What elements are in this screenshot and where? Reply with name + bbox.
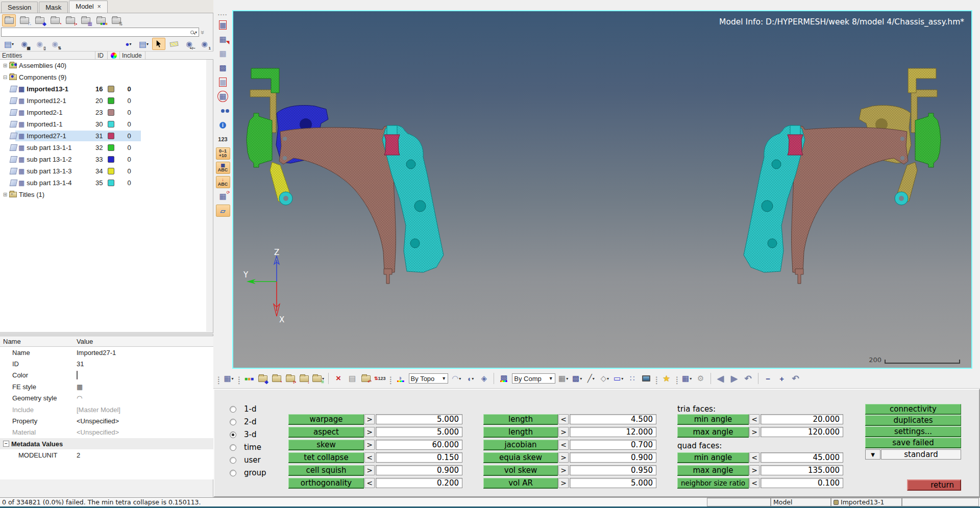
zoom-in-icon[interactable]: +	[776, 372, 788, 385]
import-folder-icon[interactable]: ◔	[271, 372, 282, 385]
find-binoculars-icon[interactable]	[216, 105, 230, 117]
show-all-eye-icon[interactable]: ◉▦	[17, 38, 31, 50]
tree-node-components[interactable]: ⊟ ◆ Components (9)	[0, 71, 206, 83]
element-color-icon[interactable]: ▩	[498, 372, 509, 385]
tria-min-angle-value-field[interactable]: 20.000	[761, 414, 843, 424]
restore-view-arrow[interactable]: ↶	[743, 372, 754, 385]
check-vol-ar-button[interactable]: vol AR	[483, 478, 558, 488]
favorites-star-icon[interactable]: ★	[661, 372, 672, 385]
check-vol-skew-button[interactable]: vol skew	[483, 465, 558, 475]
toolbar-grip[interactable]: ••••	[218, 12, 228, 17]
orthogonality-value-field[interactable]: 0.200	[376, 478, 462, 488]
line-style-icon[interactable]: ╱▾	[585, 372, 597, 385]
numbers-123-icon[interactable]: 123	[216, 133, 230, 145]
check-skew-button[interactable]: skew	[288, 440, 364, 450]
component-color-swatch[interactable]	[108, 109, 114, 116]
check-jacobian-button[interactable]: jacobian	[483, 440, 558, 450]
tree-header[interactable]: Entities ID Include	[0, 51, 213, 60]
surface-shade-icon[interactable]: ◠▾	[451, 372, 462, 385]
quad-max-angle-value-field[interactable]: 135.000	[761, 465, 843, 475]
criteria-dropdown-arrow[interactable]: ▼	[865, 449, 880, 460]
check-quad-max-angle-button[interactable]: max angle	[677, 465, 749, 475]
check-tria-min-angle-button[interactable]: min angle	[677, 414, 749, 424]
component-color-swatch[interactable]	[108, 180, 114, 186]
connectivity-button[interactable]: connectivity	[865, 404, 961, 414]
warpage-value-field[interactable]: 5.000	[376, 414, 462, 424]
check-max-length-button[interactable]: length	[483, 427, 558, 437]
check-aspect-button[interactable]: aspect	[288, 427, 364, 437]
mesh-elements-display-icon[interactable]: ▦	[216, 19, 230, 31]
solid-shade-icon[interactable]: ◖▾	[464, 372, 476, 385]
mesh-shrink-icon[interactable]: ▦◥	[216, 33, 230, 45]
eye-plus-minus-icon[interactable]: ◉+/−	[182, 38, 196, 50]
window-layout-icon[interactable]: ▦▾	[681, 372, 693, 385]
tree-row-component[interactable]: ▦ Imported12-1 20 0	[0, 95, 206, 107]
import-view-icon[interactable]: ◔	[48, 14, 62, 27]
reverse-eye-icon[interactable]: ◉⇅	[48, 38, 62, 50]
tree-row-component[interactable]: ▦ Imported13-1 16 0	[0, 83, 206, 95]
geometry-color-mode-select[interactable]: By Topo▼	[409, 373, 449, 384]
element-color-mode-select[interactable]: By Comp▼	[512, 373, 555, 384]
organize-view-icon[interactable]: ■■■	[94, 14, 108, 27]
component-color-swatch[interactable]	[108, 156, 114, 163]
jacobian-value-field[interactable]: 0.700	[570, 440, 656, 450]
aspect-value-field[interactable]: 5.000	[376, 427, 462, 437]
check-cell-squish-button[interactable]: cell squish	[288, 465, 364, 475]
components-folder-icon[interactable]: ◆	[257, 372, 268, 385]
check-equia-skew-button[interactable]: equia skew	[483, 452, 558, 463]
scale-ruler-button[interactable]: 0–1+10	[216, 147, 230, 160]
layers-filter-icon[interactable]: ▤▾	[2, 38, 16, 50]
fit-view-arrow[interactable]: ↶	[790, 372, 801, 385]
info-icon[interactable]: i	[216, 119, 230, 131]
component-color-swatch[interactable]	[108, 168, 114, 174]
geometry-view-icon[interactable]: ▦	[79, 14, 92, 27]
graphics-viewport[interactable]: Model Info: D:/HYPERMESH/week 8/model 4/…	[232, 10, 972, 369]
settings-button[interactable]: settings...	[865, 426, 961, 437]
property-color-swatch[interactable]	[77, 371, 78, 379]
tab-close-icon[interactable]: ×	[97, 3, 101, 10]
tab-session[interactable]: Session	[1, 2, 38, 13]
assemblies-icon[interactable]: ■■■	[243, 372, 255, 385]
previous-view-arrow[interactable]: ◀	[715, 372, 726, 385]
component-view-icon[interactable]: ◆	[33, 14, 46, 27]
check-orthogonality-button[interactable]: orthogonality	[288, 478, 364, 488]
radio-3d[interactable]	[230, 431, 236, 438]
radio-group[interactable]	[230, 470, 236, 476]
highlighter-icon[interactable]	[167, 38, 181, 50]
tab-model[interactable]: Model×	[69, 1, 107, 13]
component-color-swatch[interactable]	[108, 144, 114, 151]
vol-skew-value-field[interactable]: 0.950	[570, 465, 656, 475]
eye-isolate-icon[interactable]: ◉1	[198, 38, 211, 50]
check-tria-max-angle-button[interactable]: max angle	[677, 427, 749, 437]
tree-row-component[interactable]: ▦ sub part 13-1-1 32 0	[0, 142, 206, 154]
wireframe-elements-icon[interactable]: ▦▾	[558, 372, 569, 385]
tree-node-assemblies[interactable]: ⊞ ◆◆ Assemblies (40)	[0, 60, 206, 71]
hide-all-eye-icon[interactable]: ◉▯	[33, 38, 46, 50]
tree-node-titles[interactable]: ⊞ ≡ Titles (1)	[0, 189, 206, 200]
import-list-folder-icon[interactable]: ↓	[299, 372, 310, 385]
tab-mask[interactable]: Mask	[39, 2, 68, 13]
pages-mode-icon[interactable]: ▤▾	[137, 38, 151, 50]
panel-mesh-icon[interactable]: ▦▾	[223, 372, 234, 385]
tria-max-angle-value-field[interactable]: 120.000	[761, 427, 843, 437]
mesh-wireframe-icon[interactable]: ▦	[216, 47, 230, 60]
save-failed-button[interactable]: save failed	[865, 438, 961, 448]
radio-1d[interactable]	[230, 406, 236, 413]
skew-value-field[interactable]: 60.000	[376, 440, 462, 450]
model-view-icon[interactable]	[2, 14, 16, 27]
shell-style-icon[interactable]: ◇▾	[599, 372, 610, 385]
metadata-group-row[interactable]: −Metadata Values	[0, 438, 213, 449]
component-color-swatch[interactable]	[108, 121, 114, 128]
cell-squish-value-field[interactable]: 0.900	[376, 465, 462, 475]
label-abc-button[interactable]: ▦ABC	[216, 162, 230, 174]
shaded-geometry-icon[interactable]: ◗	[395, 372, 406, 385]
organize-folder-icon[interactable]: ↶	[360, 372, 372, 385]
tree-row-component[interactable]: ▦ Imported1-1 30 0	[0, 118, 206, 130]
min-length-value-field[interactable]: 4.500	[570, 414, 656, 424]
collapse-icon[interactable]: −	[3, 441, 9, 447]
check-tet-collapse-button[interactable]: tet collapse	[288, 452, 364, 463]
mesh-view-icon[interactable]: t▪	[63, 14, 77, 27]
properties-header[interactable]: Name Value	[0, 336, 213, 347]
search-box[interactable]: ▾	[1, 28, 199, 37]
entity-sphere-icon[interactable]: ●▾	[121, 38, 135, 50]
